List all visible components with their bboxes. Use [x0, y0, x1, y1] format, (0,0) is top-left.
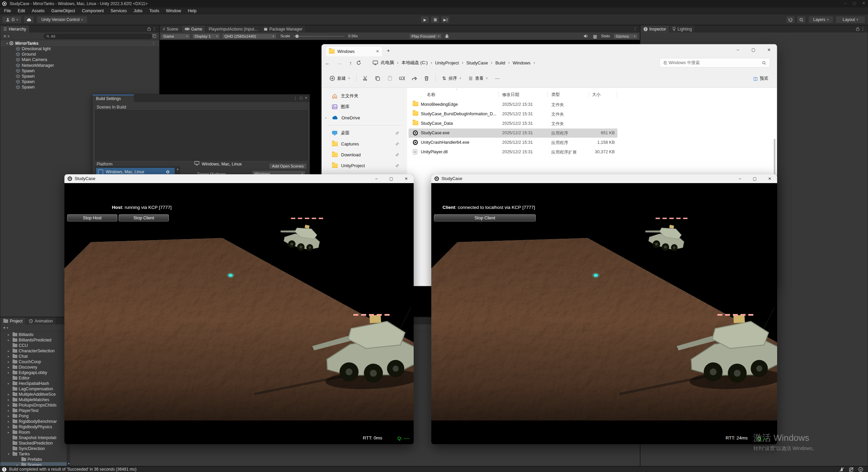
game-mode-dropdown[interactable]: Game▾ — [161, 34, 190, 39]
copy-icon[interactable] — [372, 73, 383, 84]
hierarchy-item[interactable]: Directional light — [0, 46, 159, 52]
menu-file[interactable]: File — [1, 7, 14, 14]
tab-scene[interactable]: #Scene — [160, 25, 182, 33]
tab-hierarchy[interactable]: ☰Hierarchy — [0, 25, 29, 33]
host-titlebar[interactable]: StudyCase – ▢ ✕ — [64, 174, 414, 183]
project-folder-editor[interactable]: Editor — [0, 375, 67, 381]
minimize-button[interactable]: – — [369, 174, 384, 183]
add-open-scenes-button[interactable]: Add Open Scenes — [269, 163, 307, 169]
unity-window-controls[interactable]: –▢✕ — [844, 1, 865, 5]
hierarchy-item[interactable]: Spawn — [0, 68, 159, 74]
preview-button[interactable]: ◫预览 — [750, 73, 771, 84]
file-row-studycase-burstdebuginformation-d-[interactable]: StudyCase_BurstDebugInformation_D...2025… — [409, 110, 617, 119]
stats-toggle[interactable]: Stats — [601, 34, 610, 38]
breadcrumb-item[interactable]: StudyCase — [466, 60, 489, 65]
share-icon[interactable] — [409, 73, 420, 84]
play-focused-dropdown[interactable]: Play Focused▾ — [409, 34, 442, 39]
close-button[interactable]: ✕ — [761, 44, 777, 55]
scene-menu-icon[interactable]: ⋮ — [152, 41, 156, 46]
folder-caret-icon[interactable]: ▸ — [8, 338, 11, 342]
tab-lighting[interactable]: Lighting — [669, 25, 695, 33]
breadcrumb-item[interactable]: 此电脑 — [380, 60, 395, 66]
explorer-search-box[interactable]: 在 Windows 中搜索 — [659, 58, 770, 67]
folder-caret-icon[interactable]: ▸ — [8, 420, 11, 423]
folder-caret-icon[interactable]: ▸ — [8, 409, 11, 412]
menu-jobs[interactable]: Jobs — [130, 7, 146, 14]
menu-edit[interactable]: Edit — [14, 7, 28, 14]
project-folder-multiplematches[interactable]: ▸MultipleMatches — [0, 397, 67, 402]
client-game-viewport[interactable]: Client: connected to localhost via KCP [… — [431, 183, 777, 444]
lock-icon[interactable] — [147, 27, 151, 31]
hierarchy-item[interactable]: NetworkManager — [0, 63, 159, 68]
project-folder-characterselection[interactable]: ▸CharacterSelection — [0, 348, 67, 354]
sidebar-item-desktop-3[interactable]: 桌面 — [322, 127, 407, 138]
step-button[interactable]: ▶ — [441, 16, 450, 23]
pause-button[interactable] — [431, 16, 439, 23]
paste-icon[interactable] — [384, 73, 395, 84]
maximize-button[interactable]: ▢ — [746, 44, 761, 55]
tab-package-manager[interactable]: Package Manager — [261, 25, 305, 33]
game-view-menu-icon[interactable]: ⋮ — [633, 26, 637, 31]
file-row-studycase-data[interactable]: StudyCase_Data2025/12/2 15:31文件夹 — [409, 119, 617, 128]
layout-dropdown[interactable]: Layout▾ — [835, 16, 865, 23]
delete-icon[interactable] — [421, 73, 432, 84]
folder-caret-icon[interactable]: ▸ — [8, 404, 11, 407]
stop-client-button[interactable]: Stop Client — [434, 214, 536, 221]
tab-project[interactable]: Project — [0, 317, 26, 324]
menu-tools[interactable]: Tools — [146, 7, 162, 14]
project-folder-pong[interactable]: ▸Pong — [0, 413, 67, 419]
scenes-in-build-list[interactable] — [95, 110, 308, 160]
tab-game[interactable]: Game — [182, 25, 206, 33]
close-icon[interactable]: ✕ — [862, 1, 865, 5]
project-folder-tanks[interactable]: ▾Tanks — [0, 451, 67, 457]
column-type[interactable]: 类型 — [551, 92, 560, 98]
file-row-studycase-exe[interactable]: StudyCase.exe2025/12/2 15:31应用程序651 KB — [409, 129, 617, 138]
undo-history-button[interactable] — [786, 16, 795, 23]
build-settings-tab[interactable]: Build Settings — [93, 95, 134, 102]
project-folder-rigidbodyphysics[interactable]: ▸RigidbodyPhysics — [0, 424, 67, 430]
version-control-button[interactable]: Unity Version Control▾ — [37, 16, 87, 23]
frame-debugger-icon[interactable] — [445, 34, 449, 39]
breadcrumb-item[interactable]: UnityProject — [434, 60, 459, 65]
folder-caret-icon[interactable]: ▸ — [8, 382, 11, 385]
folder-caret-icon[interactable]: ▸ — [17, 463, 20, 466]
search-button[interactable] — [797, 16, 806, 23]
stop-client-button[interactable]: Stop Client — [119, 214, 169, 221]
minimize-button[interactable]: – — [732, 174, 747, 183]
tab-close-icon[interactable]: ✕ — [376, 49, 379, 54]
file-row-unitycrashhandler64-exe[interactable]: UnityCrashHandler64.exe2025/12/2 15:31应用… — [409, 138, 617, 147]
play-button[interactable]: ▶ — [420, 16, 429, 23]
maximize-button[interactable]: ▢ — [384, 174, 399, 183]
project-folder-chat[interactable]: ▸Chat — [0, 354, 67, 359]
new-tab-button[interactable]: + — [387, 47, 390, 53]
breadcrumb-item[interactable]: Build — [495, 60, 506, 65]
scale-slider[interactable] — [293, 36, 344, 37]
minimize-icon[interactable]: – — [844, 1, 846, 5]
menu-assets[interactable]: Assets — [28, 7, 48, 14]
menu-services[interactable]: Services — [107, 7, 130, 14]
tab-inspector[interactable]: i Inspector — [640, 25, 669, 33]
close-icon[interactable]: ✕ — [305, 96, 308, 100]
hierarchy-menu-icon[interactable]: ⋮ — [152, 26, 156, 31]
up-icon[interactable]: ↑ — [345, 60, 356, 66]
project-folder-discovery[interactable]: ▸Discovery — [0, 365, 67, 370]
project-folder-room[interactable]: ▸Room — [0, 430, 67, 435]
menu-window[interactable]: Window — [163, 7, 184, 14]
hierarchy-item[interactable]: Spawn — [0, 84, 159, 90]
column-name[interactable]: 名称 — [427, 92, 435, 98]
project-folder-prefabs[interactable]: Prefabs — [0, 457, 67, 462]
project-folder-syncdirection[interactable]: SyncDirection — [0, 446, 67, 451]
sidebar-item-home-0[interactable]: 主文件夹 — [322, 91, 407, 101]
folder-caret-icon[interactable]: ▸ — [8, 431, 11, 434]
project-folder-rigidbodybenchmar[interactable]: ▸RigidbodyBenchmar — [0, 419, 67, 424]
folder-caret-icon[interactable]: ▸ — [8, 333, 11, 336]
unity-status-bar[interactable]: ! Build completed with a result of 'Succ… — [0, 466, 868, 472]
hierarchy-item[interactable]: Ground — [0, 52, 159, 57]
folder-caret-icon[interactable]: ▾ — [8, 452, 11, 456]
file-row-monobleedingedge[interactable]: MonoBleedingEdge2025/12/2 15:31文件夹 — [409, 100, 617, 109]
expand-chevron-icon[interactable]: › — [325, 116, 327, 120]
sidebar-item-folder-4[interactable]: Captures — [322, 138, 407, 149]
project-folder-couchcoop[interactable]: ▸CouchCoop — [0, 359, 67, 365]
tab-animation[interactable]: Animation — [26, 317, 56, 324]
hierarchy-search-input[interactable]: All — [44, 34, 152, 39]
